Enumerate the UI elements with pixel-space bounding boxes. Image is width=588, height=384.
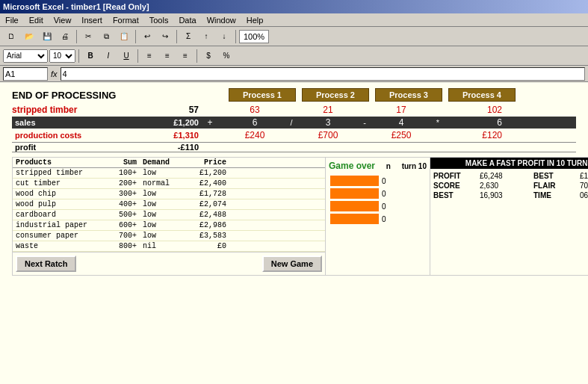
sales-value: £1,200 [154, 118, 199, 127]
sort-desc-btn[interactable]: ↓ [216, 28, 232, 45]
bold-btn[interactable]: B [82, 48, 99, 64]
score-best2-label: BEST [433, 191, 478, 199]
open-btn[interactable]: 📂 [21, 28, 37, 45]
score-title: MAKE A FAST PROFIT IN 10 TURNS [430, 158, 588, 169]
bar-value-4: 0 [382, 215, 386, 223]
sales-op4: * [435, 118, 441, 127]
score-best2-value: 16,903 [480, 191, 532, 199]
bar-2 [330, 188, 379, 199]
zoom-input[interactable]: 100% [239, 30, 269, 43]
product-row: cut timber 200+ normal £2,400 [13, 179, 325, 189]
sales-p3: 4 [368, 117, 435, 128]
stripped-timber-value: 57 [154, 105, 199, 115]
score-best-value: £19,177 [580, 172, 588, 180]
stripped-timber-p2: 21 [294, 105, 362, 115]
process4-header: Process 4 [448, 88, 516, 102]
bar-3 [330, 201, 379, 211]
font-select[interactable]: Arial [3, 49, 48, 63]
cut-btn[interactable]: ✂ [80, 28, 96, 45]
bar-1 [330, 176, 379, 186]
save-btn[interactable]: 💾 [39, 28, 55, 45]
menu-insert[interactable]: Insert [79, 16, 105, 25]
copy-btn[interactable]: ⧉ [98, 28, 114, 45]
formula-bar: A1 fx 4 [0, 66, 588, 82]
bar-value-1: 0 [382, 177, 386, 185]
fontsize-select[interactable]: 10 [49, 49, 75, 63]
bar-value-2: 0 [382, 190, 386, 198]
game-n: n [386, 162, 391, 170]
sales-p2: 3 [294, 117, 362, 128]
prod-costs-label: production costs [12, 131, 154, 140]
toolbar-formatting: Arial 10 B I U ≡ ≡ ≡ $ % [0, 46, 588, 66]
score-time-value: 06:05 [580, 191, 588, 199]
sum-col-header: Sum [102, 158, 140, 167]
menu-edit[interactable]: Edit [27, 16, 46, 25]
product-row: waste 800+ nil £0 [13, 241, 325, 252]
sales-label: sales [12, 118, 154, 127]
paste-btn[interactable]: 📋 [116, 28, 132, 45]
menu-view[interactable]: View [52, 16, 74, 25]
menu-data[interactable]: Data [176, 16, 198, 25]
turn-label: turn 10 [402, 162, 427, 170]
fx-label: fx [51, 69, 58, 78]
sort-asc-btn[interactable]: ↑ [198, 28, 214, 45]
product-row: wood pulp 400+ low £2,074 [13, 199, 325, 210]
game-over-text: Game over [329, 161, 375, 171]
bar-4 [330, 214, 379, 224]
product-row: wood chip 300+ low £1,728 [13, 189, 325, 199]
next-ratch-button[interactable]: Next Ratch [16, 256, 76, 272]
menu-file[interactable]: File [3, 16, 21, 25]
toolbar-standard: 🗋 📂 💾 🖨 ✂ ⧉ 📋 ↩ ↪ Σ ↑ ↓ 100% [0, 27, 588, 46]
sales-op1: + [199, 117, 221, 128]
italic-btn[interactable]: I [100, 48, 117, 64]
currency-btn[interactable]: $ [200, 48, 217, 64]
menu-help[interactable]: Help [244, 16, 266, 25]
menu-tools[interactable]: Tools [147, 16, 171, 25]
menu-window[interactable]: Window [205, 16, 238, 25]
score-profit-label: PROFIT [433, 172, 478, 180]
sep6 [137, 49, 138, 63]
score-flair-label: FLAIR [533, 182, 578, 190]
menu-format[interactable]: Format [111, 16, 141, 25]
new-game-button[interactable]: New Game [262, 256, 322, 272]
underline-btn[interactable]: U [118, 48, 134, 64]
score-best-label: BEST [533, 172, 578, 180]
stripped-timber-p3: 17 [368, 105, 435, 115]
sum-btn[interactable]: Σ [180, 28, 196, 45]
products-col-header: Products [13, 158, 102, 167]
title-bar: Microsoft Excel - timber1 [Read Only] [0, 0, 588, 13]
redo-btn[interactable]: ↪ [157, 28, 173, 45]
game-over-section: Game over n turn 10 0 0 0 [326, 157, 430, 276]
sep4 [235, 30, 236, 43]
profit-label: profit [12, 143, 154, 152]
product-row: cardboard 500+ low £2,488 [13, 210, 325, 220]
name-box[interactable]: A1 [3, 67, 48, 81]
undo-btn[interactable]: ↩ [139, 28, 155, 45]
sales-op3: - [362, 118, 368, 127]
align-left-btn[interactable]: ≡ [141, 48, 158, 64]
sep2 [135, 30, 136, 43]
sales-op2: / [288, 118, 294, 127]
sep7 [196, 49, 197, 63]
demand-col-header: Demand [140, 158, 185, 167]
print-btn[interactable]: 🖨 [57, 28, 73, 45]
align-center-btn[interactable]: ≡ [159, 48, 176, 64]
score-score-value: 2,630 [480, 182, 532, 190]
percent-btn[interactable]: % [218, 48, 235, 64]
score-profit-value: £6,248 [480, 172, 532, 180]
bar-value-3: 0 [382, 202, 386, 211]
new-btn[interactable]: 🗋 [3, 28, 19, 45]
price-col-header: Price [185, 158, 229, 167]
stripped-timber-p4: 102 [441, 105, 508, 115]
sep3 [176, 30, 177, 43]
process1-header: Process 1 [229, 88, 296, 102]
products-rows: stripped timber 100+ low £1,200 cut timb… [13, 168, 325, 252]
prod-costs-p3: £250 [368, 130, 435, 140]
formula-input[interactable]: 4 [61, 67, 585, 81]
products-table: Products Sum Demand Price stripped timbe… [12, 157, 326, 276]
process2-header: Process 2 [302, 88, 369, 102]
align-right-btn[interactable]: ≡ [177, 48, 194, 64]
bottom-area: Products Sum Demand Price stripped timbe… [12, 157, 576, 276]
menu-bar: File Edit View Insert Format Tools Data … [0, 13, 588, 27]
sep5 [78, 49, 79, 63]
